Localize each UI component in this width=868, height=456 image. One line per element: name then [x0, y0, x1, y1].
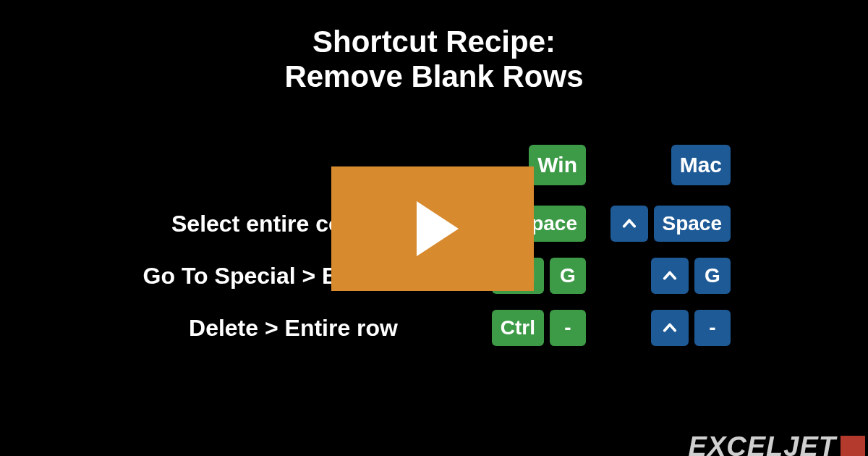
mac-keys: G — [600, 258, 760, 294]
logo-mark-icon — [841, 436, 865, 456]
key-g: G — [550, 258, 586, 294]
title-line-1: Shortcut Recipe: — [0, 25, 868, 59]
shortcut-label: Delete > Entire row — [0, 315, 420, 342]
play-icon — [417, 201, 459, 256]
win-keys: Ctrl - — [420, 310, 600, 346]
key-minus: - — [694, 310, 731, 346]
control-icon — [651, 310, 689, 346]
shortcut-row: Delete > Entire row Ctrl - - — [0, 310, 868, 346]
key-minus: - — [550, 310, 586, 346]
logo-text: EXCELJET — [689, 434, 836, 456]
mac-header-badge: Mac — [671, 145, 731, 185]
play-button[interactable] — [331, 166, 534, 291]
mac-keys: Space — [600, 206, 760, 242]
mac-keys: - — [600, 310, 760, 346]
key-space: Space — [654, 206, 731, 242]
title-line-2: Remove Blank Rows — [0, 59, 868, 94]
key-g: G — [694, 258, 731, 294]
control-icon — [610, 206, 648, 242]
win-header-badge: Win — [529, 145, 586, 185]
page-title: Shortcut Recipe: Remove Blank Rows — [0, 0, 868, 95]
control-icon — [651, 258, 689, 294]
key-ctrl: Ctrl — [492, 310, 544, 346]
brand-logo: EXCELJET — [689, 434, 868, 456]
header-mac-col: Mac — [600, 145, 760, 185]
